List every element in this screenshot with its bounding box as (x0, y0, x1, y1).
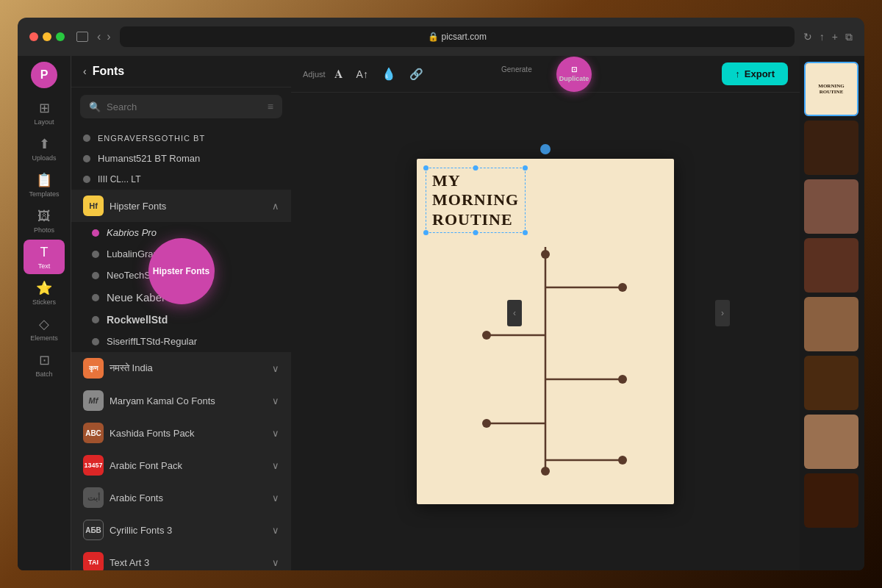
font-item-humanst[interactable]: Humanst521 BT Roman (71, 148, 291, 169)
tabs-button[interactable]: ⧉ (845, 31, 853, 43)
forward-nav-button[interactable]: › (107, 30, 110, 43)
sidebar-item-uploads[interactable]: ⬆ Uploads (24, 132, 65, 166)
cyrillic-section[interactable]: АБВ Cyrillic Fonts 3 ∨ (71, 514, 291, 546)
layout-icon: ⊞ (36, 100, 52, 116)
elements-label: Elements (30, 334, 58, 342)
rotation-handle[interactable] (540, 144, 551, 154)
canvas-background[interactable]: MY MORNING ROUTINE (417, 159, 674, 504)
close-button[interactable] (29, 32, 38, 41)
sidebar-item-batch[interactable]: ⊡ Batch (24, 348, 65, 382)
font-item-rockwell[interactable]: RockwellStd (71, 309, 291, 331)
panel-title: Fonts (93, 65, 125, 78)
logo-text: P (40, 68, 49, 82)
thumbnail-1[interactable]: MORNINGROUTINE (804, 62, 858, 116)
reload-button[interactable]: ↻ (803, 31, 812, 43)
sidebar-toggle-icon[interactable] (76, 32, 88, 42)
font-item-engravers[interactable]: ENGRAVERSGOTHIC BT (71, 129, 291, 148)
svg-point-1 (541, 250, 550, 259)
uploads-label: Uploads (32, 154, 56, 162)
font-item-iiii[interactable]: IIII CL... LT (71, 169, 291, 190)
expand-icon: ∨ (272, 460, 279, 471)
url-bar[interactable]: 🔒 picsart.com (120, 26, 795, 47)
hipster-fonts-bubble[interactable]: Hipster Fonts (148, 238, 215, 304)
export-button[interactable]: ↑ Export (722, 62, 788, 85)
expand-icon: ∨ (272, 525, 279, 536)
export-label: Export (745, 68, 775, 79)
font-increase-icon[interactable]: A↑ (354, 65, 371, 83)
text-icon: T (36, 244, 52, 260)
search-icon: 🔍 (89, 101, 101, 112)
toolbar-left: Adjust 𝐀 A↑ 💧 🔗 (303, 64, 426, 84)
india-section[interactable]: कृण नमस्ते India ∨ (71, 352, 291, 384)
kashida-section[interactable]: ABC Kashida Fonts Pack ∨ (71, 417, 291, 449)
uploads-icon: ⬆ (36, 136, 52, 152)
font-name: Kabrios Pro (107, 227, 157, 238)
url-text: picsart.com (442, 32, 487, 42)
expand-icon: ∨ (272, 492, 279, 503)
fonts-panel: ‹ Fonts 🔍 ≡ ENGRAVERSGOTHIC BT Humanst52… (71, 56, 291, 570)
font-size-icon[interactable]: 𝐀 (331, 65, 346, 84)
sidebar-item-text[interactable]: T Text (24, 240, 65, 274)
app-container: P ⊞ Layout ⬆ Uploads 📋 Templates 🖼 Photo… (18, 56, 864, 570)
svg-point-3 (618, 283, 627, 292)
thumb-preview-6 (804, 356, 858, 410)
left-scroll-arrow[interactable]: ‹ (507, 300, 522, 326)
maryam-section[interactable]: Mf Maryam Kamal Co Fonts ∨ (71, 384, 291, 417)
svg-point-9 (482, 419, 491, 428)
duplicate-label: Duplicate (559, 75, 589, 82)
thumbnail-8[interactable] (804, 473, 858, 528)
textart-section[interactable]: TAI Text Art 3 ∨ (71, 546, 291, 570)
toolbar-icons: 𝐀 A↑ 💧 🔗 (331, 64, 426, 84)
arabic-pack-icon: 13457 (83, 455, 104, 476)
generate-button[interactable]: ⊡ Duplicate (556, 57, 592, 92)
lock-icon: 🔒 (428, 32, 439, 42)
maryam-label: Maryam Kamal Co Fonts (110, 395, 215, 406)
search-bar[interactable]: 🔍 ≡ (80, 95, 282, 118)
font-name: Neue Kabel (107, 291, 164, 304)
color-drop-icon[interactable]: 💧 (379, 64, 399, 84)
thumbnail-5[interactable] (804, 297, 858, 351)
thumb-preview-5 (804, 297, 858, 351)
new-tab-button[interactable]: + (832, 31, 838, 43)
font-item-siseriff[interactable]: SiseriffLTStd-Regular (71, 331, 291, 352)
cyrillic-label: Cyrillic Fonts 3 (110, 525, 172, 536)
app-logo[interactable]: P (31, 62, 57, 88)
back-nav-button[interactable]: ‹ (97, 30, 101, 43)
kashida-section-icon: ABC (83, 423, 104, 443)
thumbnail-4[interactable] (804, 238, 858, 293)
thumbnail-7[interactable] (804, 415, 858, 469)
svg-point-5 (482, 331, 491, 340)
sidebar-item-photos[interactable]: 🖼 Photos (24, 204, 65, 238)
layout-label: Layout (34, 118, 54, 126)
right-scroll-arrow[interactable]: › (715, 300, 730, 326)
link-icon[interactable]: 🔗 (406, 65, 426, 84)
minimize-button[interactable] (43, 32, 51, 41)
filter-icon[interactable]: ≡ (268, 101, 273, 112)
sidebar-item-stickers[interactable]: ⭐ Stickers (24, 276, 65, 310)
adjust-label: Adjust (303, 70, 326, 79)
arabic-section[interactable]: أبت Arabic Fonts ∨ (71, 481, 291, 514)
sidebar-item-layout[interactable]: ⊞ Layout (24, 96, 65, 130)
search-input[interactable] (107, 101, 262, 112)
fonts-list: ENGRAVERSGOTHIC BT Humanst521 BT Roman I… (71, 126, 291, 570)
templates-icon: 📋 (36, 172, 52, 188)
batch-label: Batch (35, 370, 52, 378)
sidebar-item-templates[interactable]: 📋 Templates (24, 168, 65, 202)
thumb-preview-3 (804, 179, 858, 234)
india-label: नमस्ते India (110, 362, 153, 374)
hipster-section-header[interactable]: Hf Hipster Fonts ∧ (71, 190, 291, 222)
thumbnail-3[interactable] (804, 179, 858, 234)
font-dot (92, 251, 99, 258)
stickers-label: Stickers (32, 298, 56, 306)
maximize-button[interactable] (56, 32, 65, 41)
back-button[interactable]: ‹ (83, 65, 87, 77)
text-label: Text (38, 262, 51, 270)
font-dot (83, 155, 90, 162)
thumb-preview-8 (804, 473, 858, 528)
thumbnail-6[interactable] (804, 356, 858, 410)
sidebar-item-elements[interactable]: ◇ Elements (24, 312, 65, 346)
share-button[interactable]: ↑ (820, 31, 825, 43)
kashida-label: Kashida Fonts Pack (110, 428, 195, 439)
arabic-pack-section[interactable]: 13457 Arabic Font Pack ∨ (71, 449, 291, 481)
thumbnail-2[interactable] (804, 121, 858, 175)
